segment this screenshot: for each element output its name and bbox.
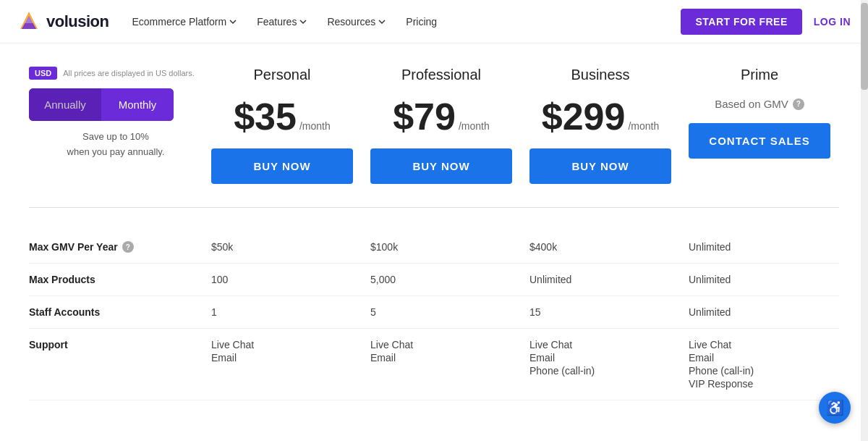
pricing-header: USD All prices are displayed in US dolla… [29, 67, 839, 184]
main-content: USD All prices are displayed in US dolla… [0, 43, 868, 429]
feature-staff-professional: 5 [362, 306, 521, 318]
plan-personal-name: Personal [211, 67, 353, 83]
feature-staff-business: 15 [521, 306, 680, 318]
plan-personal: Personal $35 /month BUY NOW [203, 67, 362, 184]
chevron-down-icon [378, 18, 386, 25]
logo[interactable]: volusion [17, 10, 109, 33]
navbar: volusion Ecommerce Platform Features Res… [0, 0, 868, 43]
save-note: Save up to 10% when you pay annually. [29, 130, 203, 160]
nav-actions: START FOR FREE LOG IN [681, 9, 851, 35]
monthly-button[interactable]: Monthly [101, 88, 174, 121]
plan-business: Business $299 /month BUY NOW [521, 67, 680, 184]
feature-label-gmv: Max GMV Per Year ? [29, 241, 203, 253]
feature-gmv-professional: $100k [362, 241, 521, 253]
feature-row-gmv: Max GMV Per Year ? $50k $100k $400k Unli… [29, 231, 839, 264]
feature-row-support: Support Live Chat Email Live Chat Email … [29, 329, 839, 400]
features-table: Max GMV Per Year ? $50k $100k $400k Unli… [29, 231, 839, 400]
billing-toggle: Annually Monthly [29, 88, 174, 121]
feature-support-business: Live Chat Email Phone (call-in) [521, 339, 680, 377]
feature-staff-personal: 1 [203, 306, 362, 318]
feature-products-professional: 5,000 [362, 274, 521, 285]
nav-ecommerce[interactable]: Ecommerce Platform [132, 16, 237, 28]
feature-gmv-prime: Unlimited [680, 241, 839, 253]
nav-links: Ecommerce Platform Features Resources Pr… [132, 16, 681, 28]
feature-support-professional: Live Chat Email [362, 339, 521, 364]
plans-area: Personal $35 /month BUY NOW Professional… [203, 67, 839, 184]
plan-prime-price-gmv: Based on GMV ? [689, 98, 830, 110]
gmv-feature-help-icon[interactable]: ? [122, 241, 134, 253]
left-controls: USD All prices are displayed in US dolla… [29, 67, 203, 160]
logo-icon [17, 10, 41, 33]
nav-resources[interactable]: Resources [327, 16, 386, 28]
feature-row-staff: Staff Accounts 1 5 15 Unlimited [29, 296, 839, 329]
usd-row: USD All prices are displayed in US dolla… [29, 67, 203, 80]
personal-buy-button[interactable]: BUY NOW [211, 148, 353, 184]
feature-products-prime: Unlimited [680, 274, 839, 285]
scrollbar[interactable] [861, 0, 868, 441]
feature-products-business: Unlimited [521, 274, 680, 285]
feature-label-staff: Staff Accounts [29, 306, 203, 318]
nav-features[interactable]: Features [257, 16, 307, 28]
logo-text: volusion [46, 12, 109, 31]
feature-staff-prime: Unlimited [680, 306, 839, 318]
start-for-free-button[interactable]: START FOR FREE [681, 9, 801, 35]
chevron-down-icon [299, 18, 307, 25]
plan-prime-name: Prime [689, 67, 830, 83]
nav-pricing[interactable]: Pricing [406, 16, 437, 28]
professional-buy-button[interactable]: BUY NOW [370, 148, 512, 184]
prime-contact-button[interactable]: CONTACT SALES [689, 123, 830, 159]
usd-badge: USD [29, 67, 57, 80]
business-buy-button[interactable]: BUY NOW [529, 148, 671, 184]
plan-business-name: Business [529, 67, 671, 83]
gmv-help-icon[interactable]: ? [793, 98, 804, 110]
chevron-down-icon [229, 18, 237, 25]
feature-gmv-personal: $50k [203, 241, 362, 253]
feature-label-support: Support [29, 339, 203, 350]
usd-note: All prices are displayed in US dollars. [63, 69, 195, 77]
plan-professional: Professional $79 /month BUY NOW [362, 67, 521, 184]
annually-button[interactable]: Annually [29, 88, 101, 121]
login-button[interactable]: LOG IN [814, 16, 851, 28]
scrollbar-thumb [861, 3, 868, 90]
accessibility-button[interactable]: ♿ [819, 392, 851, 424]
feature-gmv-business: $400k [521, 241, 680, 253]
feature-support-personal: Live Chat Email [203, 339, 362, 364]
feature-label-products: Max Products [29, 274, 203, 285]
section-divider [29, 207, 839, 208]
feature-row-products: Max Products 100 5,000 Unlimited Unlimit… [29, 264, 839, 296]
plan-personal-price: $35 /month [211, 98, 353, 135]
plan-professional-name: Professional [370, 67, 512, 83]
plan-business-price: $299 /month [529, 98, 671, 135]
feature-products-personal: 100 [203, 274, 362, 285]
plan-professional-price: $79 /month [370, 98, 512, 135]
feature-support-prime: Live Chat Email Phone (call-in) VIP Resp… [680, 339, 839, 390]
plan-prime: Prime Based on GMV ? CONTACT SALES [680, 67, 839, 184]
